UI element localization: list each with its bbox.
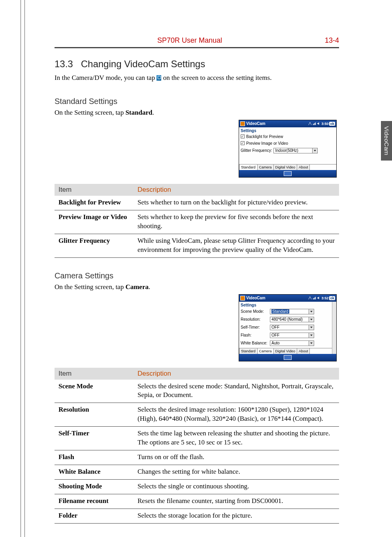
shot-titlebar: VideoCam 3:50 ok — [239, 120, 336, 127]
svg-marker-9 — [310, 311, 313, 312]
standard-lead-pre: On the Setting screen, tap — [55, 109, 125, 116]
shot-field-select[interactable]: OFF — [270, 333, 314, 338]
doc-title: SP70R User Manual — [157, 36, 222, 45]
scrollbar[interactable] — [332, 302, 336, 354]
table-row: FlashTurns on or off the flash. — [55, 450, 339, 465]
screenshot-standard: VideoCam 3:50 ok Settings ✓ Backlight fo… — [239, 120, 337, 178]
screenshot-camera: VideoCam 3:52 ok Settings Scene Mode:Sta… — [239, 294, 337, 361]
svg-marker-8 — [317, 297, 319, 299]
svg-marker-4 — [314, 150, 316, 151]
tab-standard[interactable]: Standard — [239, 348, 257, 354]
chevron-down-icon — [309, 325, 314, 330]
cell-desc: Selects the single or continuous shootin… — [134, 480, 339, 494]
table-row: FolderSelects the storage location for t… — [55, 509, 339, 523]
cell-desc: Resets the filename counter, starting fr… — [134, 494, 339, 509]
svg-rect-5 — [313, 298, 314, 299]
svg-rect-1 — [314, 123, 315, 125]
section-title-text: Changing VideoCam Settings — [81, 59, 205, 69]
tab-about[interactable]: About — [297, 165, 310, 170]
cell-desc: Selects the desired image resolution: 16… — [134, 403, 339, 427]
shot-bottombar — [239, 354, 336, 361]
table-row: Self-TimerSets the time lag between rele… — [55, 427, 339, 450]
cell-desc: Sets the time lag between releasing the … — [134, 427, 339, 450]
binding-rule — [21, 0, 21, 537]
table-row: White BalanceChanges the setting for whi… — [55, 465, 339, 480]
shot-field-value: 480*640 (Normal) — [271, 317, 303, 321]
tab-digital-video[interactable]: Digital Video — [273, 165, 297, 170]
page-number: 13-4 — [325, 36, 339, 45]
svg-marker-12 — [310, 335, 313, 336]
tab-standard[interactable]: Standard — [239, 165, 257, 170]
tab-camera[interactable]: Camera — [257, 165, 273, 170]
cell-desc: Turns on or off the flash. — [134, 450, 339, 465]
camera-table: Item Description Scene ModeSelects the d… — [55, 368, 339, 524]
intro-pre: In the Camera/DV mode, you can tap — [55, 74, 156, 81]
shot-field-select[interactable]: OFF — [270, 325, 314, 330]
cell-desc: Changes the setting for white balance. — [134, 465, 339, 480]
chevron-down-icon — [309, 333, 314, 338]
camera-heading: Camera Settings — [55, 271, 339, 280]
backlight-checkbox[interactable]: ✓ — [241, 134, 245, 138]
ok-button[interactable]: ok — [329, 296, 335, 300]
svg-marker-10 — [310, 319, 313, 320]
shot-field-row: White Balance:Auto — [239, 339, 332, 347]
shot-field-select[interactable]: Standard — [270, 309, 314, 314]
tab-digital-video[interactable]: Digital Video — [273, 348, 297, 354]
shot-field-value: Auto — [271, 341, 280, 345]
svg-rect-0 — [313, 124, 314, 125]
start-menu-icon[interactable] — [240, 296, 245, 301]
intro-paragraph: In the Camera/DV mode, you can tap on th… — [55, 74, 339, 83]
svg-rect-2 — [315, 123, 316, 125]
shot-titlebar: VideoCam 3:52 ok — [239, 295, 336, 302]
preview-checkbox[interactable]: ✓ — [241, 141, 245, 145]
shot-field-value: Standard — [271, 309, 289, 314]
binding-rule — [24, 0, 25, 537]
shot-field-select[interactable]: 480*640 (Normal) — [270, 317, 314, 322]
table-row: Scene ModeSelects the desired scene mode… — [55, 380, 339, 403]
cell-item: Self-Timer — [55, 427, 134, 450]
cell-item: Backlight for Preview — [55, 196, 134, 210]
page-content: SP70R User Manual 13-4 13.3 Changing Vid… — [55, 36, 339, 524]
svg-rect-6 — [314, 298, 315, 300]
start-menu-icon[interactable] — [240, 121, 245, 126]
speaker-icon — [317, 122, 320, 125]
cell-desc: Sets whether to turn on the backlight fo… — [134, 196, 339, 210]
table-row: Shooting ModeSelects the single or conti… — [55, 480, 339, 494]
cell-desc: Selects the storage location for the pic… — [134, 509, 339, 523]
table-row: Backlight for PreviewSets whether to tur… — [55, 196, 339, 210]
camera-lead: On the Setting screen, tap Camera. — [55, 283, 339, 292]
table-row: ResolutionSelects the desired image reso… — [55, 403, 339, 427]
shot-time: 3:52 — [321, 296, 328, 300]
keyboard-icon[interactable] — [284, 355, 292, 360]
glitter-select[interactable]: Indoor(50Hz) — [273, 148, 318, 153]
settings-label: Settings — [239, 127, 336, 133]
standard-lead: On the Setting screen, tap Standard. — [55, 108, 339, 117]
shot-field-label: Self-Timer: — [241, 325, 268, 329]
section-heading: 13.3 Changing VideoCam Settings — [55, 59, 339, 70]
shot-field-select[interactable]: Auto — [270, 340, 314, 346]
header-rule — [55, 47, 339, 48]
connectivity-icon — [308, 296, 312, 300]
shot-bottombar — [239, 170, 336, 177]
th-item: Item — [55, 184, 134, 196]
cell-desc: Sets whether to keep the preview for fiv… — [134, 210, 339, 234]
tab-about[interactable]: About — [297, 348, 310, 354]
backlight-checkbox-label: Backlight for Preview — [246, 134, 283, 139]
settings-icon — [156, 75, 161, 81]
cell-desc: Selects the desired scene mode: Standard… — [134, 380, 339, 403]
intro-post: on the screen to access the setting item… — [161, 74, 271, 81]
ok-button[interactable]: ok — [329, 122, 335, 126]
preview-checkbox-label: Preview Image or Video — [246, 141, 288, 146]
camera-lead-post: . — [149, 283, 150, 291]
th-item: Item — [55, 368, 134, 380]
tab-camera[interactable]: Camera — [257, 348, 273, 354]
shot-field-row: Self-Timer:OFF — [239, 323, 332, 331]
page-header: SP70R User Manual 13-4 — [55, 36, 339, 47]
keyboard-icon[interactable] — [284, 171, 292, 176]
standard-lead-bold: Standard — [125, 109, 152, 116]
th-desc: Description — [134, 184, 339, 196]
chevron-down-icon — [312, 148, 317, 153]
cell-item: White Balance — [55, 465, 134, 480]
cell-item: Filename recount — [55, 494, 134, 509]
chevron-down-icon — [309, 341, 314, 346]
